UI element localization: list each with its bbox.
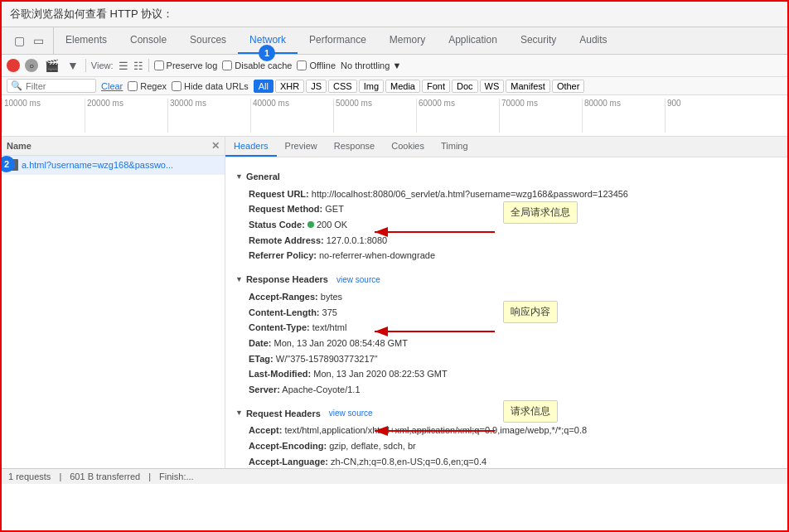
detail-tab-bar: Headers Preview Response Cookies Timing bbox=[225, 137, 787, 157]
annotation-label-1: 全局请求信息 bbox=[503, 201, 578, 224]
filter-type-font[interactable]: Font bbox=[422, 80, 450, 93]
request-headers-title: Request Headers bbox=[246, 406, 321, 422]
hide-data-urls-label[interactable]: Hide data URLs bbox=[172, 81, 249, 91]
no-throttling-select[interactable]: No throttling ▼ bbox=[341, 60, 401, 70]
filter-type-css[interactable]: CSS bbox=[328, 80, 357, 93]
hide-data-urls-text: Hide data URLs bbox=[184, 81, 249, 91]
camera-icon[interactable]: 🎬 bbox=[43, 57, 61, 74]
req-name-text: a.html?username=wzg168&passwo... bbox=[22, 160, 173, 170]
detail-row: ETag: W/"375-1578903773217" bbox=[235, 351, 777, 367]
timeline-ticks: 10000 ms20000 ms30000 ms40000 ms50000 ms… bbox=[2, 95, 787, 136]
ann1-text: 全局请求信息 bbox=[511, 206, 570, 218]
offline-text: Offline bbox=[309, 60, 336, 70]
timeline-tick: 60000 ms bbox=[416, 99, 499, 133]
disable-cache-text: Disable cache bbox=[235, 60, 292, 70]
ann3-text: 请求信息 bbox=[511, 405, 550, 417]
devtools-window: 谷歌浏览器如何查看 HTTP 协议： ▢ ▭ Elements Console … bbox=[0, 0, 789, 532]
filter-type-xhr[interactable]: XHR bbox=[275, 80, 304, 93]
filter-bar: 🔍 Clear Regex Hide data URLs AllXHRJSCSS… bbox=[2, 77, 787, 95]
filter-type-img[interactable]: Img bbox=[359, 80, 384, 93]
filter-type-other[interactable]: Other bbox=[552, 80, 585, 93]
disable-cache-label[interactable]: Disable cache bbox=[222, 60, 292, 70]
timeline-tick: 10000 ms bbox=[2, 99, 85, 133]
detail-row: Referrer Policy: no-referrer-when-downgr… bbox=[235, 248, 777, 264]
network-toolbar: ○ 🎬 ▼ View: ☰ ☷ Preserve log Disable cac… bbox=[2, 55, 787, 77]
request-item[interactable]: 2 H a.html?username=wzg168&passwo... bbox=[2, 156, 225, 175]
view-label: View: bbox=[91, 60, 114, 70]
timeline-tick: 70000 ms bbox=[499, 99, 582, 133]
tab-application[interactable]: Application bbox=[437, 27, 509, 54]
hide-data-urls-checkbox[interactable] bbox=[172, 81, 182, 91]
detail-row: Remote Address: 127.0.0.1:8080 bbox=[235, 233, 777, 249]
detail-row: Date: Mon, 13 Jan 2020 08:54:48 GMT bbox=[235, 336, 777, 351]
regex-checkbox[interactable] bbox=[128, 81, 138, 91]
disable-cache-checkbox[interactable] bbox=[222, 60, 232, 70]
preserve-log-label[interactable]: Preserve log bbox=[154, 60, 218, 70]
main-area: Name ✕ 2 H a.html?username=wzg168&passwo… bbox=[2, 137, 787, 468]
triangle-icon-2: ▼ bbox=[235, 273, 243, 286]
timeline-tick: 20000 ms bbox=[85, 99, 167, 133]
requests-header-label: Name bbox=[7, 141, 31, 151]
divider-2 bbox=[148, 59, 149, 72]
arrow-2 bbox=[366, 315, 499, 348]
inspect-icon[interactable]: ▢ bbox=[12, 32, 27, 49]
timeline-tick: 80000 ms bbox=[582, 99, 665, 133]
detail-row: Server: Apache-Coyote/1.1 bbox=[235, 382, 777, 398]
filter-type-manifest[interactable]: Manifest bbox=[506, 80, 550, 93]
devtools-tab-bar: ▢ ▭ Elements Console Sources Network Per… bbox=[2, 27, 787, 55]
annotation-label-2: 响应内容 bbox=[503, 301, 558, 323]
tab-audits[interactable]: Audits bbox=[568, 27, 618, 54]
status-separator-1: | bbox=[59, 472, 61, 481]
response-headers-title: Response Headers bbox=[246, 272, 328, 288]
filter-input[interactable] bbox=[26, 81, 92, 91]
regex-label[interactable]: Regex bbox=[128, 81, 167, 91]
tab-response[interactable]: Response bbox=[326, 137, 384, 157]
response-view-source-link[interactable]: view source bbox=[336, 273, 380, 287]
tab-headers[interactable]: Headers bbox=[225, 137, 277, 157]
requests-panel: Name ✕ 2 H a.html?username=wzg168&passwo… bbox=[2, 137, 225, 468]
filter-type-buttons: AllXHRJSCSSImgMediaFontDocWSManifestOthe… bbox=[254, 80, 585, 93]
status-finish: Finish:... bbox=[159, 472, 194, 481]
tab-elements[interactable]: Elements bbox=[54, 27, 119, 54]
filter-type-all[interactable]: All bbox=[254, 80, 273, 93]
request-header-rows: Accept: text/html,application/xhtml+xml,… bbox=[235, 423, 777, 468]
status-transferred: 601 B transferred bbox=[70, 472, 140, 481]
tab-console[interactable]: Console bbox=[119, 27, 178, 54]
tab-timing[interactable]: Timing bbox=[433, 137, 477, 157]
filter-clear-btn[interactable]: Clear bbox=[101, 81, 123, 91]
clear-button[interactable]: ○ bbox=[25, 59, 38, 72]
grid-view-icon[interactable]: ☷ bbox=[133, 60, 143, 72]
filter-input-wrap: 🔍 bbox=[7, 79, 96, 93]
timeline-tick: 30000 ms bbox=[167, 99, 250, 133]
filter-type-doc[interactable]: Doc bbox=[452, 80, 478, 93]
triangle-icon: ▼ bbox=[235, 171, 243, 183]
tab-performance[interactable]: Performance bbox=[298, 27, 378, 54]
device-icon[interactable]: ▭ bbox=[31, 32, 46, 49]
tab-preview[interactable]: Preview bbox=[277, 137, 326, 157]
general-title: General bbox=[246, 169, 280, 185]
filter-type-media[interactable]: Media bbox=[385, 80, 420, 93]
status-bar: 1 requests | 601 B transferred | Finish:… bbox=[2, 468, 787, 484]
preserve-log-checkbox[interactable] bbox=[154, 60, 164, 70]
detail-row: Accept-Language: zh-CN,zh;q=0.8,en-US;q=… bbox=[235, 454, 777, 468]
list-view-icon[interactable]: ☰ bbox=[119, 60, 128, 72]
general-rows: Request URL: http://localhost:8080/06_se… bbox=[235, 186, 777, 264]
requests-list: 2 H a.html?username=wzg168&passwo... bbox=[2, 156, 225, 468]
tab-sources[interactable]: Sources bbox=[178, 27, 238, 54]
tab-security[interactable]: Security bbox=[509, 27, 568, 54]
filter-type-ws[interactable]: WS bbox=[480, 80, 505, 93]
filter-icon[interactable]: ▼ bbox=[65, 57, 80, 74]
status-separator-2: | bbox=[148, 472, 151, 481]
record-button[interactable] bbox=[7, 59, 20, 72]
divider-1 bbox=[85, 59, 86, 72]
offline-label[interactable]: Offline bbox=[297, 60, 336, 70]
filter-type-js[interactable]: JS bbox=[306, 80, 327, 93]
tab-memory[interactable]: Memory bbox=[378, 27, 437, 54]
page-title: 谷歌浏览器如何查看 HTTP 协议： bbox=[2, 2, 787, 27]
devtools-icons: ▢ ▭ bbox=[5, 27, 54, 54]
close-detail-btn[interactable]: ✕ bbox=[211, 140, 220, 152]
offline-checkbox[interactable] bbox=[297, 60, 307, 70]
timeline-tick: 900 bbox=[665, 99, 748, 133]
annotation-circle-1: 1 bbox=[259, 45, 275, 61]
tab-cookies[interactable]: Cookies bbox=[383, 137, 433, 157]
